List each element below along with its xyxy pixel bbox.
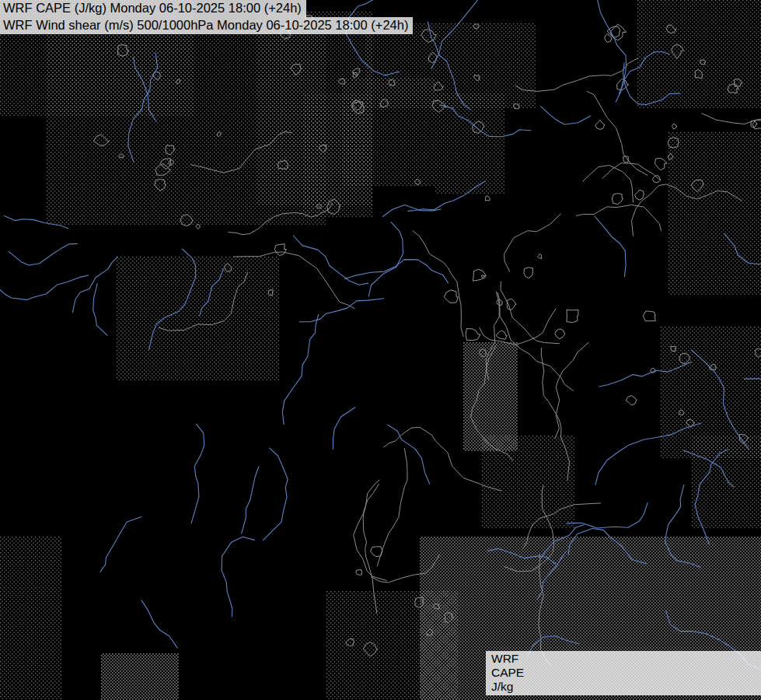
legend-title-line2: CAPE [491, 666, 524, 680]
cape-stipple-region [482, 436, 575, 529]
legend-title-line3: J/kg [491, 680, 524, 694]
map-title-cape: WRF CAPE (J/kg) Monday 06-10-2025 18:00 … [0, 0, 306, 17]
cape-stipple-region [435, 93, 505, 194]
cape-stipple-region [637, 0, 761, 109]
cape-stipple-region [101, 653, 179, 700]
cape-stipple-region [668, 132, 761, 296]
cape-stipple-region [0, 537, 62, 700]
cape-stipple-region [463, 342, 518, 451]
map-title-windshear: WRF Wind shear (m/s) 500/1000hPa Monday … [0, 17, 413, 34]
weather-map [0, 0, 761, 700]
legend-colorbar [522, 655, 758, 673]
cape-legend: WRF CAPE J/kg [486, 651, 761, 695]
cape-stipple-region [692, 436, 761, 529]
weather-map-figure: WRF CAPE (J/kg) Monday 06-10-2025 18:00 … [0, 0, 761, 700]
map-title-windshear-text: WRF Wind shear (m/s) 500/1000hPa Monday … [3, 18, 408, 32]
cape-stipple-region [342, 78, 435, 187]
cape-stipple-region [117, 257, 280, 381]
legend-title-line1: WRF [491, 652, 524, 666]
legend-title: WRF CAPE J/kg [491, 652, 524, 694]
map-title-cape-text: WRF CAPE (J/kg) Monday 06-10-2025 18:00 … [3, 1, 302, 15]
